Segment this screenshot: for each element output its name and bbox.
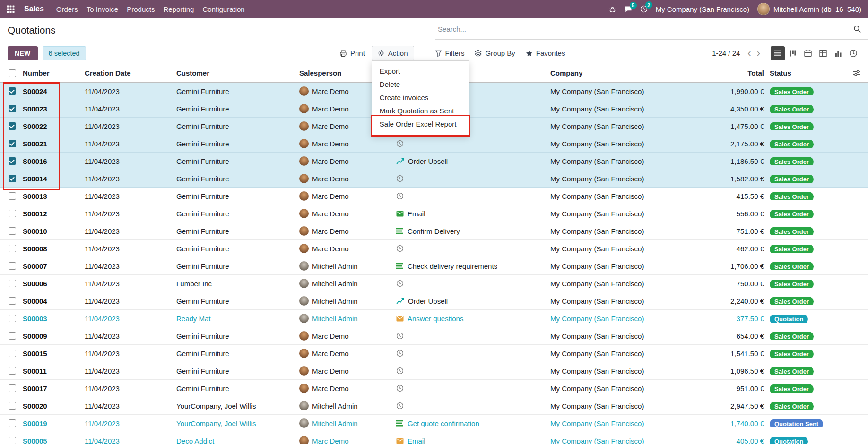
view-pivot-icon[interactable] [816, 46, 830, 60]
table-row[interactable]: S00012 11/04/2023 Gemini Furniture Marc … [0, 205, 868, 222]
group-by-button[interactable]: Group By [475, 49, 515, 57]
table-row[interactable]: S00003 11/04/2023 Ready Mat Mitchell Adm… [0, 310, 868, 327]
nav-menu-orders[interactable]: Orders [56, 5, 78, 13]
view-calendar-icon[interactable] [801, 46, 815, 60]
table-row[interactable]: S00019 11/04/2023 YourCompany, Joel Will… [0, 415, 868, 432]
row-activity[interactable]: Confirm Delivery [394, 227, 548, 235]
row-activity[interactable] [394, 350, 548, 357]
table-row[interactable]: S00021 11/04/2023 Gemini Furniture Marc … [0, 135, 868, 153]
user-menu[interactable]: Mitchell Admin (db_16_540) [757, 3, 861, 15]
view-graph-icon[interactable] [831, 46, 845, 60]
view-activity-icon[interactable] [846, 46, 860, 60]
header-customer[interactable]: Customer [174, 69, 297, 77]
menu-item-create-invoices[interactable]: Create invoices [372, 91, 469, 104]
row-activity[interactable]: Get quote confirmation [394, 419, 548, 427]
table-row[interactable]: S00010 11/04/2023 Gemini Furniture Marc … [0, 222, 868, 240]
print-button[interactable]: Print [339, 49, 365, 57]
row-activity[interactable] [394, 280, 548, 287]
row-activity[interactable] [394, 402, 548, 410]
row-activity[interactable] [394, 367, 548, 375]
new-button[interactable]: NEW [8, 46, 38, 60]
table-row[interactable]: S00014 11/04/2023 Gemini Furniture Marc … [0, 170, 868, 188]
activities-icon[interactable]: 2 [640, 5, 648, 13]
row-activity[interactable] [394, 332, 548, 340]
row-activity[interactable]: Email [394, 437, 548, 444]
menu-item-export[interactable]: Export [372, 65, 469, 78]
nav-menu-reporting[interactable]: Reporting [163, 5, 194, 13]
filters-button[interactable]: Filters [435, 49, 465, 57]
row-checkbox[interactable] [9, 210, 16, 217]
table-row[interactable]: S00008 11/04/2023 Gemini Furniture Marc … [0, 240, 868, 257]
row-checkbox[interactable] [9, 384, 16, 392]
row-checkbox[interactable] [9, 402, 16, 410]
row-checkbox[interactable] [9, 122, 16, 130]
row-total: 462.00 € [686, 245, 766, 253]
view-kanban-icon[interactable] [786, 46, 800, 60]
view-list-icon[interactable] [771, 46, 785, 60]
row-activity[interactable] [394, 192, 548, 200]
row-checkbox[interactable] [9, 315, 16, 322]
table-row[interactable]: S00017 11/04/2023 Gemini Furniture Marc … [0, 380, 868, 397]
row-checkbox[interactable] [9, 192, 16, 200]
bug-icon[interactable] [609, 6, 616, 13]
table-row[interactable]: S00016 11/04/2023 Gemini Furniture Marc … [0, 153, 868, 170]
table-row[interactable]: S00020 11/04/2023 YourCompany, Joel Will… [0, 397, 868, 415]
toggle-columns-button[interactable] [844, 69, 868, 77]
row-checkbox[interactable] [9, 157, 16, 165]
table-row[interactable]: S00005 11/04/2023 Deco Addict Marc Demo … [0, 432, 868, 444]
search-input[interactable] [438, 25, 853, 33]
table-row[interactable]: S00011 11/04/2023 Gemini Furniture Marc … [0, 362, 868, 380]
table-row[interactable]: S00004 11/04/2023 Gemini Furniture Mitch… [0, 292, 868, 310]
app-name[interactable]: Sales [24, 5, 44, 13]
row-activity[interactable]: Order Upsell [394, 157, 548, 165]
select-all-checkbox[interactable] [9, 69, 16, 77]
nav-menu-to-invoice[interactable]: To Invoice [87, 5, 119, 13]
row-checkbox[interactable] [9, 87, 16, 95]
row-activity[interactable] [394, 140, 548, 147]
header-number[interactable]: Number [21, 69, 83, 77]
row-checkbox[interactable] [9, 332, 16, 340]
row-activity[interactable]: Answer questions [394, 315, 548, 323]
action-button[interactable]: Action [372, 46, 414, 60]
row-activity[interactable] [394, 384, 548, 392]
row-checkbox[interactable] [9, 280, 16, 287]
row-activity[interactable]: Check delivery requirements [394, 262, 548, 270]
company-switcher[interactable]: My Company (San Francisco) [656, 5, 749, 13]
table-row[interactable]: S00013 11/04/2023 Gemini Furniture Marc … [0, 188, 868, 205]
row-checkbox[interactable] [9, 105, 16, 112]
row-checkbox[interactable] [9, 367, 16, 375]
row-checkbox[interactable] [9, 350, 16, 357]
menu-item-delete[interactable]: Delete [372, 78, 469, 91]
table-row[interactable]: S00007 11/04/2023 Gemini Furniture Mitch… [0, 257, 868, 275]
row-activity[interactable]: Order Upsell [394, 297, 548, 305]
row-checkbox[interactable] [9, 262, 16, 270]
table-row[interactable]: S00009 11/04/2023 Gemini Furniture Marc … [0, 327, 868, 345]
header-company[interactable]: Company [548, 69, 686, 77]
row-checkbox[interactable] [9, 227, 16, 235]
row-activity[interactable] [394, 175, 548, 182]
selection-count-badge[interactable]: 6 selected [43, 46, 86, 60]
search-icon[interactable] [853, 25, 861, 33]
pager-previous-button[interactable]: ‹ [745, 48, 754, 59]
favorites-button[interactable]: Favorites [526, 49, 565, 57]
row-checkbox[interactable] [9, 245, 16, 252]
menu-item-sale-order-excel-report[interactable]: Sale Order Excel Report [372, 118, 469, 131]
row-checkbox[interactable] [9, 437, 16, 444]
row-checkbox[interactable] [9, 419, 16, 427]
table-row[interactable]: S00015 11/04/2023 Gemini Furniture Marc … [0, 345, 868, 362]
header-creation-date[interactable]: Creation Date [83, 69, 174, 77]
nav-menu-products[interactable]: Products [127, 5, 155, 13]
row-checkbox[interactable] [9, 297, 16, 305]
header-status[interactable]: Status [766, 69, 844, 77]
row-checkbox[interactable] [9, 140, 16, 147]
menu-item-mark-quotation-as-sent[interactable]: Mark Quotation as Sent [372, 104, 469, 118]
table-row[interactable]: S00006 11/04/2023 Lumber Inc Mitchell Ad… [0, 275, 868, 292]
apps-grid-icon[interactable] [7, 5, 15, 13]
nav-menu-configuration[interactable]: Configuration [202, 5, 244, 13]
row-activity[interactable]: Email [394, 210, 548, 218]
row-activity[interactable] [394, 245, 548, 252]
header-total[interactable]: Total [686, 69, 766, 77]
messages-icon[interactable]: 5 [624, 6, 632, 13]
row-checkbox[interactable] [9, 175, 16, 182]
pager-next-button[interactable]: › [754, 48, 763, 59]
